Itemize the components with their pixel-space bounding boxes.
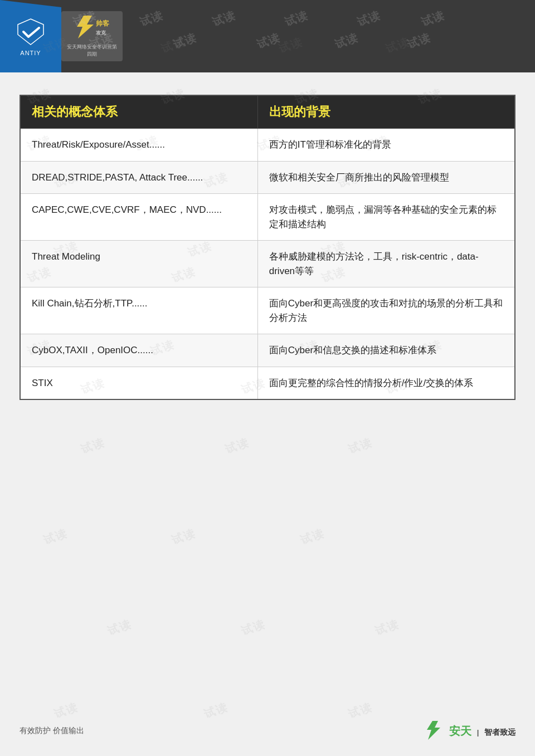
table-cell-left: Threat Modeling	[20, 241, 257, 287]
table-row: DREAD,STRIDE,PASTA, Attack Tree......微软和…	[20, 161, 515, 194]
header-wm-2: 试读	[138, 7, 166, 30]
header-wm-11: 试读	[405, 30, 434, 52]
header-wm-10: 试读	[333, 30, 361, 52]
header-watermarks: 试读 试读 试读 试读 试读 试读 试读 试读 试读 试读 试读	[0, 0, 535, 72]
header-wm-8: 试读	[171, 30, 200, 52]
header-wm-3: 试读	[210, 7, 239, 30]
col2-header: 出现的背景	[257, 95, 515, 129]
table-cell-right: 面向更完整的综合性的情报分析/作业/交换的体系	[257, 367, 515, 399]
header-wm-4: 试读	[283, 7, 311, 30]
table-row: CAPEC,CWE,CVE,CVRF，MAEC，NVD......对攻击模式，脆…	[20, 194, 515, 241]
footer-antiy-icon	[424, 720, 446, 742]
table-cell-right: 西方的IT管理和标准化的背景	[257, 129, 515, 162]
main-content: 试读 试读 试读 试读 试读 试读 试读 试读 试读 试读 试读 试读 试读 试…	[0, 72, 535, 417]
header-wm-1: 试读	[71, 7, 99, 30]
table-cell-left: Kill Chain,钻石分析,TTP......	[20, 287, 257, 334]
header: ANTIY 试读 试读 试读 试读 试读 试读 试读 试读 试读 试读 试读 帅…	[0, 0, 535, 72]
table-cell-left: CAPEC,CWE,CVE,CVRF，MAEC，NVD......	[20, 194, 257, 241]
table-row: STIX面向更完整的综合性的情报分析/作业/交换的体系	[20, 367, 515, 399]
col1-header: 相关的概念体系	[20, 95, 257, 129]
footer-brand-slogan: 智者致远	[484, 728, 515, 737]
table-cell-right: 微软和相关安全厂商所推出的风险管理模型	[257, 161, 515, 194]
table-cell-left: CybOX,TAXII，OpenIOC......	[20, 334, 257, 367]
table-cell-right: 面向Cyber和更高强度的攻击和对抗的场景的分析工具和分析方法	[257, 287, 515, 334]
footer-logo-area: 安天 | 智者致远	[424, 720, 515, 742]
concept-table: 相关的概念体系 出现的背景 Threat/Risk/Exposure/Asset…	[20, 95, 515, 400]
table-cell-left: STIX	[20, 367, 257, 399]
footer-brand-name: 安天 | 智者致远	[449, 724, 515, 739]
header-wm-6: 试读	[419, 7, 448, 30]
header-wm-5: 试读	[355, 7, 383, 30]
footer-tagline: 有效防护 价值输出	[20, 726, 84, 736]
header-wm-9: 试读	[255, 30, 283, 52]
table-row: Threat Modeling各种威胁建模的方法论，工具，risk-centri…	[20, 241, 515, 287]
table-cell-left: Threat/Risk/Exposure/Asset......	[20, 129, 257, 162]
footer-logo: 安天 | 智者致远	[424, 720, 515, 742]
table-cell-right: 面向Cyber和信息交换的描述和标准体系	[257, 334, 515, 367]
header-wm-7: 试读	[87, 30, 116, 52]
table-row: Kill Chain,钻石分析,TTP......面向Cyber和更高强度的攻击…	[20, 287, 515, 334]
table-cell-right: 对攻击模式，脆弱点，漏洞等各种基础的安全元素的标定和描述结构	[257, 194, 515, 241]
footer: 有效防护 价值输出 安天 | 智者致远	[0, 720, 535, 742]
svg-marker-4	[427, 721, 440, 740]
footer-logo-text: 安天 | 智者致远	[449, 724, 515, 739]
table-cell-left: DREAD,STRIDE,PASTA, Attack Tree......	[20, 161, 257, 194]
table-cell-right: 各种威胁建模的方法论，工具，risk-centric，data-driven等等	[257, 241, 515, 287]
table-row: Threat/Risk/Exposure/Asset......西方的IT管理和…	[20, 129, 515, 162]
table-row: CybOX,TAXII，OpenIOC......面向Cyber和信息交换的描述…	[20, 334, 515, 367]
